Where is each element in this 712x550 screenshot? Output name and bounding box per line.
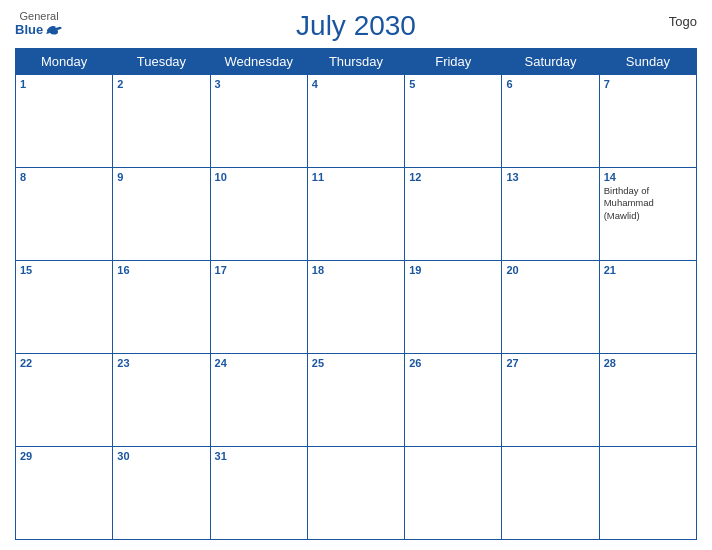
calendar-cell: 11 [307,168,404,261]
day-number: 15 [20,264,108,276]
calendar-cell: 10 [210,168,307,261]
day-number: 18 [312,264,400,276]
calendar-cell: 13 [502,168,599,261]
calendar-cell [307,447,404,540]
header-wednesday: Wednesday [210,49,307,75]
calendar-cell [405,447,502,540]
day-number: 22 [20,357,108,369]
calendar-cell: 7 [599,75,696,168]
calendar-cell: 15 [16,261,113,354]
calendar-cell: 31 [210,447,307,540]
day-number: 6 [506,78,594,90]
holiday-label: Birthday of Muhammad (Mawlid) [604,185,692,222]
day-number: 3 [215,78,303,90]
calendar-cell: 12 [405,168,502,261]
calendar-cell: 30 [113,447,210,540]
logo: General Blue [15,10,63,37]
calendar-cell: 21 [599,261,696,354]
calendar-table: Monday Tuesday Wednesday Thursday Friday… [15,48,697,540]
day-number: 4 [312,78,400,90]
calendar-cell: 24 [210,354,307,447]
header-saturday: Saturday [502,49,599,75]
logo-bird-icon [45,23,63,37]
calendar-cell: 4 [307,75,404,168]
day-number: 19 [409,264,497,276]
calendar-cell: 16 [113,261,210,354]
calendar-cell: 14Birthday of Muhammad (Mawlid) [599,168,696,261]
calendar-cell: 17 [210,261,307,354]
header-thursday: Thursday [307,49,404,75]
week-row-4: 22232425262728 [16,354,697,447]
day-number: 27 [506,357,594,369]
calendar-cell: 3 [210,75,307,168]
day-number: 13 [506,171,594,183]
day-number: 12 [409,171,497,183]
day-number: 5 [409,78,497,90]
logo-general: General [20,10,59,22]
day-number: 8 [20,171,108,183]
calendar-cell: 25 [307,354,404,447]
calendar-cell: 1 [16,75,113,168]
calendar-cell: 29 [16,447,113,540]
calendar-cell: 28 [599,354,696,447]
calendar-cell: 23 [113,354,210,447]
calendar-cell [502,447,599,540]
day-number: 24 [215,357,303,369]
day-number: 1 [20,78,108,90]
day-number: 21 [604,264,692,276]
day-number: 31 [215,450,303,462]
calendar-cell: 2 [113,75,210,168]
calendar-cell: 26 [405,354,502,447]
header-friday: Friday [405,49,502,75]
calendar-cell [599,447,696,540]
calendar-cell: 8 [16,168,113,261]
calendar-cell: 20 [502,261,599,354]
calendar-cell: 19 [405,261,502,354]
week-row-5: 293031 [16,447,697,540]
calendar-cell: 5 [405,75,502,168]
header-sunday: Sunday [599,49,696,75]
day-number: 14 [604,171,692,183]
week-row-2: 891011121314Birthday of Muhammad (Mawlid… [16,168,697,261]
week-row-3: 15161718192021 [16,261,697,354]
week-row-1: 1234567 [16,75,697,168]
day-number: 25 [312,357,400,369]
calendar-container: General Blue July 2030 Togo Monday Tuesd… [0,0,712,550]
calendar-cell: 6 [502,75,599,168]
country-label: Togo [669,14,697,29]
day-number: 2 [117,78,205,90]
day-number: 20 [506,264,594,276]
day-number: 23 [117,357,205,369]
calendar-cell: 22 [16,354,113,447]
calendar-cell: 27 [502,354,599,447]
header-tuesday: Tuesday [113,49,210,75]
day-number: 10 [215,171,303,183]
header-monday: Monday [16,49,113,75]
day-number: 28 [604,357,692,369]
weekday-header-row: Monday Tuesday Wednesday Thursday Friday… [16,49,697,75]
day-number: 30 [117,450,205,462]
day-number: 11 [312,171,400,183]
calendar-cell: 9 [113,168,210,261]
day-number: 29 [20,450,108,462]
calendar-header: General Blue July 2030 Togo [15,10,697,42]
day-number: 7 [604,78,692,90]
calendar-title: July 2030 [296,10,416,42]
day-number: 26 [409,357,497,369]
day-number: 9 [117,171,205,183]
day-number: 16 [117,264,205,276]
day-number: 17 [215,264,303,276]
calendar-cell: 18 [307,261,404,354]
logo-blue: Blue [15,22,63,37]
